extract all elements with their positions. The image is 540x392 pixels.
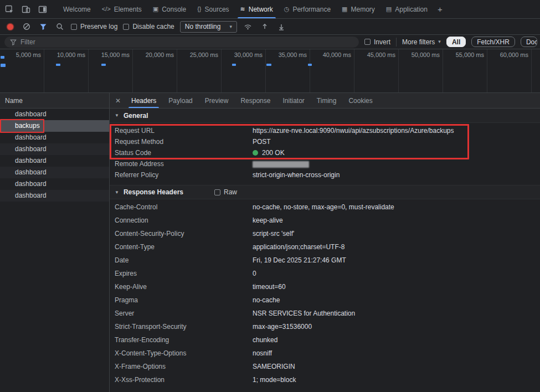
filter-toggle-button[interactable] [38, 21, 49, 32]
close-detail-button[interactable]: ✕ [111, 93, 125, 108]
throttling-select[interactable]: No throttling ▾ [180, 21, 237, 33]
search-button[interactable] [54, 21, 65, 32]
download-icon [277, 23, 285, 30]
header-key: Server [115, 310, 253, 317]
header-value: nosniff [253, 349, 272, 357]
request-row[interactable]: dashboard [0, 143, 109, 155]
invert-checkbox[interactable]: Invert [364, 38, 390, 46]
detail-tab-headers[interactable]: Headers [125, 93, 162, 108]
redacted-value [253, 161, 309, 168]
tab-elements[interactable]: </> Elements [96, 0, 147, 18]
filter-type-fetch-xhr[interactable]: Fetch/XHR [471, 37, 515, 47]
timeline-tick: 40,000 ms [310, 49, 354, 92]
clear-network-log-button[interactable] [21, 21, 32, 32]
devtools-left-icons [2, 0, 58, 18]
detail-tab-payload[interactable]: Payload [162, 93, 198, 108]
request-row[interactable]: dashboard [0, 178, 109, 190]
network-main-area: Name dashboard backups dashboard dashboa… [0, 93, 540, 392]
header-row: Keep-Alivetimeout=60 [110, 280, 540, 293]
header-row: X-Content-Type-Optionsnosniff [110, 347, 540, 360]
chevron-down-icon: ▾ [229, 24, 232, 29]
request-row[interactable]: dashboard [0, 109, 109, 120]
header-row: ServerNSR SERVICES for Authentication [110, 307, 540, 320]
devtools-window: Welcome </> Elements ▣ Console {} Source… [0, 0, 540, 392]
header-row: Connectionkeep-alive [110, 214, 540, 227]
filter-options: Invert More filters ▾ All Fetch/XHR Doc [364, 37, 537, 47]
activity-mark [308, 64, 312, 66]
header-value: no-cache, no-store, max-age=0, must-reva… [253, 203, 394, 211]
filter-input[interactable] [20, 38, 353, 46]
header-row: X-Xss-Protection1; mode=block [110, 373, 540, 386]
dock-side-icon[interactable] [35, 2, 50, 17]
disclosure-triangle-icon: ▼ [115, 190, 119, 195]
request-row[interactable]: dashboard [0, 190, 109, 202]
request-detail-panel: ✕ Headers Payload Preview Response Initi… [110, 93, 540, 392]
detail-tab-response[interactable]: Response [234, 93, 276, 108]
raw-checkbox[interactable]: Raw [214, 188, 237, 196]
timeline-tick: 15,000 ms [89, 49, 133, 92]
header-row: Content-Security-Policyscript-src 'self' [110, 227, 540, 240]
activity-mark [266, 64, 271, 66]
tab-console[interactable]: ▣ Console [147, 0, 192, 18]
activity-mark [1, 56, 4, 59]
filter-input-container[interactable] [4, 37, 359, 48]
detail-tab-initiator[interactable]: Initiator [276, 93, 310, 108]
name-column-header[interactable]: Name [0, 93, 109, 109]
network-conditions-button[interactable] [243, 21, 254, 32]
export-har-button[interactable] [259, 21, 270, 32]
disable-cache-checkbox[interactable]: Disable cache [123, 23, 174, 30]
request-row[interactable]: dashboard [0, 167, 109, 178]
request-row[interactable]: dashboard [0, 155, 109, 167]
tab-memory[interactable]: ▦ Memory [336, 0, 380, 18]
header-value: chunked [253, 336, 277, 344]
divider [396, 38, 397, 47]
tab-welcome[interactable]: Welcome [58, 0, 96, 18]
header-key: Status Code [115, 149, 253, 157]
header-key: Pragma [115, 296, 253, 304]
detail-tab-cookies[interactable]: Cookies [342, 93, 378, 108]
header-row: Transfer-Encodingchunked [110, 333, 540, 347]
record-network-log-button[interactable] [4, 21, 16, 32]
general-section-header[interactable]: ▼ General [110, 109, 540, 123]
request-row[interactable]: dashboard [0, 132, 109, 143]
detail-tab-timing[interactable]: Timing [311, 93, 343, 108]
activity-mark [232, 64, 236, 66]
header-key: Remote Address [115, 160, 253, 168]
raw-label: Raw [224, 188, 237, 196]
device-toolbar-icon[interactable] [19, 2, 33, 17]
timeline-tick: 5,000 ms [0, 49, 44, 92]
preserve-log-checkbox[interactable]: Preserve log [71, 23, 117, 30]
detail-tab-preview[interactable]: Preview [199, 93, 235, 108]
header-key: Connection [115, 216, 253, 224]
request-list-panel: Name dashboard backups dashboard dashboa… [0, 93, 110, 392]
timeline-tick: 20,000 ms [133, 49, 177, 92]
header-value: 200 OK [253, 149, 285, 157]
timeline-tick: 50,000 ms [399, 49, 443, 92]
header-value: application/json;charset=UTF-8 [253, 243, 344, 251]
more-filters-button[interactable]: More filters ▾ [402, 38, 441, 46]
tab-network[interactable]: ≋ Network [235, 0, 279, 18]
filter-type-doc[interactable]: Doc [521, 37, 537, 47]
inspect-element-icon[interactable] [2, 2, 17, 17]
header-value: 0 [253, 270, 256, 277]
response-headers-section-header[interactable]: ▼ Response Headers Raw [110, 185, 540, 199]
timeline-tick: 60,000 ms [487, 49, 532, 92]
import-har-button[interactable] [276, 21, 287, 32]
header-row: Status Code 200 OK [110, 147, 540, 158]
network-overview[interactable]: 5,000 ms 10,000 ms 15,000 ms 20,000 ms 2… [0, 49, 540, 93]
request-row-selected[interactable]: backups [0, 120, 109, 132]
upload-icon [261, 23, 269, 30]
header-key: X-Content-Type-Options [115, 349, 253, 357]
more-panels-button[interactable]: + [433, 0, 447, 18]
checkbox-icon [214, 189, 220, 195]
tab-performance[interactable]: ◷ Performance [279, 0, 336, 18]
header-key: Request URL [115, 127, 253, 135]
header-key: Strict-Transport-Security [115, 323, 253, 331]
tab-sources[interactable]: {} Sources [192, 0, 234, 18]
header-value: max-age=31536000 [253, 323, 312, 331]
network-conditions-icon [244, 23, 252, 30]
tab-application[interactable]: ▤ Application [380, 0, 433, 18]
funnel-icon [39, 23, 47, 30]
filter-type-all[interactable]: All [446, 37, 466, 47]
preserve-log-label: Preserve log [80, 23, 117, 30]
